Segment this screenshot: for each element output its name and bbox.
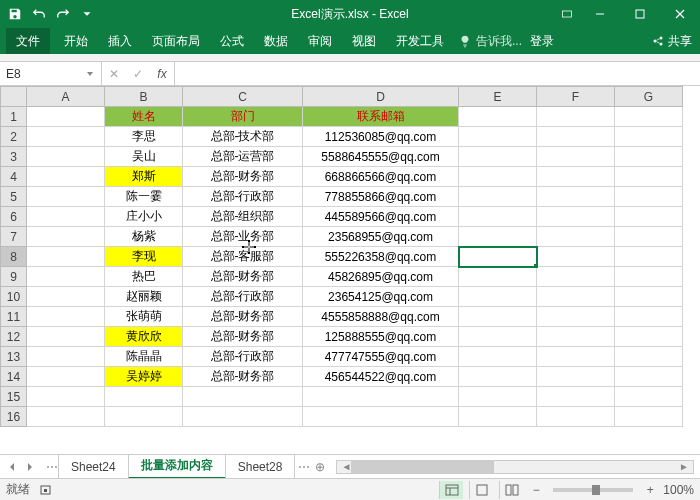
row-header-16[interactable]: 16 [1, 407, 27, 427]
minimize-button[interactable] [580, 0, 620, 28]
select-all-corner[interactable] [1, 87, 27, 107]
cell-name[interactable] [105, 407, 183, 427]
cell-dept[interactable]: 总部-业务部 [183, 227, 303, 247]
grid[interactable]: ABCDEFG1姓名部门联系邮箱2李思总部-技术部112536085@qq.co… [0, 86, 700, 454]
row-header-1[interactable]: 1 [1, 107, 27, 127]
add-sheet-button[interactable]: ⊕ [310, 460, 330, 474]
tab-6[interactable]: 视图 [342, 28, 386, 54]
cell-email[interactable]: 445589566@qq.com [303, 207, 459, 227]
cell-dept[interactable]: 总部-组织部 [183, 207, 303, 227]
cell-name[interactable]: 陈一霎 [105, 187, 183, 207]
row-header-3[interactable]: 3 [1, 147, 27, 167]
cell-dept[interactable]: 总部-客服部 [183, 247, 303, 267]
fill-handle[interactable] [533, 263, 537, 267]
sheet-more-left[interactable]: ⋯ [46, 460, 58, 474]
cell-email[interactable]: 668866566@qq.com [303, 167, 459, 187]
name-box[interactable]: E8 [0, 62, 102, 85]
col-header-D[interactable]: D [303, 87, 459, 107]
cell-name[interactable]: 赵丽颖 [105, 287, 183, 307]
col-header-C[interactable]: C [183, 87, 303, 107]
row-header-9[interactable]: 9 [1, 267, 27, 287]
zoom-slider[interactable] [553, 488, 633, 492]
col-header-F[interactable]: F [537, 87, 615, 107]
undo-icon[interactable] [28, 3, 50, 25]
cell-name[interactable]: 李思 [105, 127, 183, 147]
fx-icon[interactable]: fx [150, 67, 174, 81]
cell-name[interactable]: 陈晶晶 [105, 347, 183, 367]
cell-email[interactable]: 778855866@qq.com [303, 187, 459, 207]
share-button[interactable]: 共享 [644, 28, 700, 54]
cell-name[interactable]: 庄小小 [105, 207, 183, 227]
tab-4[interactable]: 数据 [254, 28, 298, 54]
cell-dept[interactable]: 总部-行政部 [183, 287, 303, 307]
cell-name[interactable]: 黄欣欣 [105, 327, 183, 347]
tab-0[interactable]: 开始 [54, 28, 98, 54]
row-header-5[interactable]: 5 [1, 187, 27, 207]
tab-2[interactable]: 页面布局 [142, 28, 210, 54]
tab-1[interactable]: 插入 [98, 28, 142, 54]
cell-email[interactable]: 4555858888@qq.com [303, 307, 459, 327]
cell-email[interactable]: 5588645555@qq.com [303, 147, 459, 167]
cell-email[interactable] [303, 407, 459, 427]
login-button[interactable]: 登录 [522, 28, 562, 54]
cell-name[interactable]: 杨紫 [105, 227, 183, 247]
tab-7[interactable]: 开发工具 [386, 28, 454, 54]
cell-dept[interactable] [183, 407, 303, 427]
tab-5[interactable]: 审阅 [298, 28, 342, 54]
view-normal-icon[interactable] [439, 481, 463, 499]
row-header-6[interactable]: 6 [1, 207, 27, 227]
cell-dept[interactable]: 总部-行政部 [183, 187, 303, 207]
tab-file[interactable]: 文件 [6, 28, 50, 54]
sheet-tab-2[interactable]: Sheet28 [225, 455, 296, 479]
cell-email[interactable]: 112536085@qq.com [303, 127, 459, 147]
scrollbar-thumb[interactable] [351, 461, 493, 473]
cell-name[interactable]: 吴山 [105, 147, 183, 167]
maximize-button[interactable] [620, 0, 660, 28]
active-cell[interactable] [459, 247, 537, 267]
col-header-G[interactable]: G [615, 87, 683, 107]
cell-dept[interactable]: 总部-行政部 [183, 347, 303, 367]
row-header-8[interactable]: 8 [1, 247, 27, 267]
cell-dept[interactable]: 总部-财务部 [183, 327, 303, 347]
cell-name[interactable]: 吴婷婷 [105, 367, 183, 387]
cell-email[interactable]: 23654125@qq.com [303, 287, 459, 307]
cell-dept[interactable]: 总部-财务部 [183, 367, 303, 387]
sheet-tab-0[interactable]: Sheet24 [58, 455, 129, 479]
save-icon[interactable] [4, 3, 26, 25]
cell-dept[interactable]: 总部-技术部 [183, 127, 303, 147]
sheet-prev-icon[interactable] [4, 459, 20, 475]
row-header-14[interactable]: 14 [1, 367, 27, 387]
redo-icon[interactable] [52, 3, 74, 25]
cell-dept[interactable]: 总部-财务部 [183, 267, 303, 287]
row-header-2[interactable]: 2 [1, 127, 27, 147]
cell-dept[interactable]: 总部-财务部 [183, 307, 303, 327]
zoom-in-button[interactable]: + [643, 483, 657, 497]
col-header-E[interactable]: E [459, 87, 537, 107]
col-header-A[interactable]: A [27, 87, 105, 107]
macro-record-icon[interactable] [40, 483, 54, 497]
cell-email[interactable] [303, 387, 459, 407]
sheet-next-icon[interactable] [22, 459, 38, 475]
close-button[interactable] [660, 0, 700, 28]
cell-email[interactable]: 555226358@qq.com [303, 247, 459, 267]
sheet-more-right[interactable]: ⋯ [298, 460, 310, 474]
cancel-icon[interactable]: ✕ [102, 67, 126, 81]
cell-email[interactable]: 456544522@qq.com [303, 367, 459, 387]
ribbon-options-icon[interactable] [554, 0, 580, 28]
row-header-7[interactable]: 7 [1, 227, 27, 247]
cell-email[interactable]: 477747555@qq.com [303, 347, 459, 367]
tab-3[interactable]: 公式 [210, 28, 254, 54]
row-header-13[interactable]: 13 [1, 347, 27, 367]
view-pagebreak-icon[interactable] [499, 481, 523, 499]
view-layout-icon[interactable] [469, 481, 493, 499]
cell-name[interactable]: 热巴 [105, 267, 183, 287]
cell-dept[interactable]: 总部-财务部 [183, 167, 303, 187]
cell-dept[interactable]: 总部-运营部 [183, 147, 303, 167]
col-header-B[interactable]: B [105, 87, 183, 107]
row-header-12[interactable]: 12 [1, 327, 27, 347]
enter-icon[interactable]: ✓ [126, 67, 150, 81]
row-header-11[interactable]: 11 [1, 307, 27, 327]
cell-name[interactable]: 李现 [105, 247, 183, 267]
row-header-4[interactable]: 4 [1, 167, 27, 187]
tell-me[interactable]: 告诉我... [458, 28, 522, 54]
